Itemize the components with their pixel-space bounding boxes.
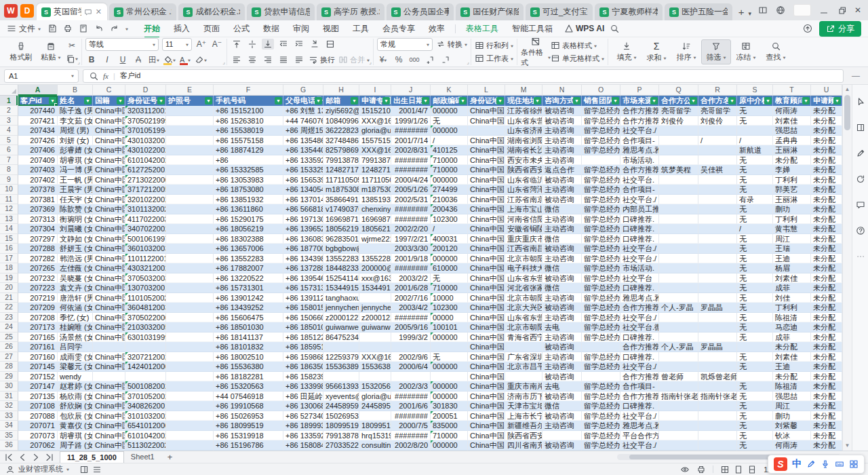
cell[interactable]: +86 18056219 xyxy=(214,224,283,234)
cell[interactable]: 合作方推荐 xyxy=(620,303,659,313)
cell[interactable]: 2001/6/28 xyxy=(391,283,431,293)
cell[interactable]: 207369 xyxy=(18,204,58,214)
cell[interactable] xyxy=(166,185,214,195)
cell[interactable] xyxy=(737,126,773,136)
row-number[interactable]: 33 xyxy=(0,411,18,421)
cell[interactable] xyxy=(659,411,698,421)
cell[interactable]: +86 1565399710 xyxy=(283,175,323,185)
filter-dropdown-icon[interactable]: ▼ xyxy=(764,97,772,104)
table-header-cell[interactable]: 销售团队▼ xyxy=(582,96,620,106)
cell[interactable]: 无 xyxy=(737,116,773,126)
cell[interactable]: z20001227 xyxy=(359,313,391,323)
cell[interactable]: 未分配 xyxy=(773,342,811,352)
cell[interactable]: 重庆重庆市 xyxy=(505,234,542,244)
cell[interactable]: China中国 xyxy=(468,372,505,382)
cell[interactable] xyxy=(582,372,620,382)
cell[interactable]: 主动咨询 xyxy=(542,214,582,225)
cell[interactable]: China中国 xyxy=(468,106,505,116)
cell[interactable] xyxy=(737,372,773,382)
table-header-cell[interactable]: 邮箱▼ xyxy=(323,96,359,106)
vertical-scrollbar[interactable]: ▲ ▼ xyxy=(842,85,852,451)
cell[interactable] xyxy=(166,155,214,166)
cell[interactable]: 王一帆 (男 xyxy=(58,175,93,185)
cell[interactable] xyxy=(166,214,214,225)
cell[interactable]: 主动咨询 xyxy=(542,352,582,362)
sogou-logo-icon[interactable]: S xyxy=(774,457,787,471)
row-number[interactable]: 19 xyxy=(0,273,18,284)
cell[interactable]: +86 15536380 xyxy=(214,362,283,372)
cell[interactable]: 未分配 xyxy=(773,155,811,166)
cell[interactable]: China中国 xyxy=(468,392,505,402)
cell[interactable]: 被动咨询 xyxy=(542,372,582,382)
strikethrough-button[interactable]: A xyxy=(132,54,144,65)
cell[interactable]: XXX@163. xyxy=(359,145,391,155)
last-sheet-icon[interactable] xyxy=(45,453,54,462)
cell[interactable]: gloria@uk xyxy=(359,392,391,402)
cell[interactable] xyxy=(698,352,737,362)
cell[interactable]: 207381 xyxy=(18,195,58,205)
filter-dropdown-icon[interactable]: ▼ xyxy=(315,97,322,104)
cell[interactable]: +86 1339985047 xyxy=(283,381,323,392)
horizontal-scroll-thumb[interactable] xyxy=(629,455,782,459)
cell[interactable] xyxy=(698,273,737,284)
cell[interactable]: 310103200212255069 xyxy=(125,411,166,421)
file-tab[interactable]: S成都公积金.xlsx xyxy=(178,3,245,20)
cell[interactable] xyxy=(166,244,214,254)
cell[interactable] xyxy=(166,116,214,126)
cell[interactable]: 社交平台./ xyxy=(620,195,659,205)
cell[interactable]: 124827175 xyxy=(359,165,391,175)
cell[interactable]: 108409964 xyxy=(323,116,359,126)
cell[interactable]: 207208 xyxy=(18,313,58,323)
cell[interactable]: 胡睿琪 (女 xyxy=(58,431,93,441)
cell[interactable]: 370503200302020020 xyxy=(125,273,166,284)
table-header-cell[interactable]: 现住地址▼ xyxy=(505,96,542,106)
cell[interactable]: 未分配 xyxy=(811,293,842,303)
cell[interactable] xyxy=(698,224,737,234)
row-number[interactable]: 4 xyxy=(0,126,18,136)
cell[interactable]: 825798695 xyxy=(323,145,359,155)
cell[interactable]: China中国 xyxy=(468,322,505,332)
cell[interactable]: 000000 xyxy=(431,392,468,402)
filter-dropdown-icon[interactable]: ▼ xyxy=(802,97,810,104)
cell[interactable]: 社交平台./ xyxy=(620,440,659,451)
cell[interactable]: 留学总经办 xyxy=(582,392,620,402)
cell[interactable] xyxy=(698,293,737,303)
cell[interactable]: 山东省东营 xyxy=(505,273,542,284)
cell[interactable]: +86 1877000215 xyxy=(283,244,323,254)
cell[interactable]: +86 1300682663 xyxy=(283,401,323,411)
globe-icon[interactable] xyxy=(776,5,785,15)
cell[interactable]: 黄韦慧 xyxy=(773,224,811,234)
col-header-F[interactable]: F xyxy=(214,85,283,96)
cell[interactable]: +86 田延岭13954 xyxy=(283,392,323,402)
cell[interactable] xyxy=(659,195,698,205)
cell[interactable]: 合作方推荐 xyxy=(620,116,659,126)
cell[interactable]: 桂婉唯 (女 xyxy=(58,322,93,332)
cell[interactable]: 未分配 xyxy=(811,352,842,362)
cell[interactable] xyxy=(359,342,391,352)
cell[interactable]: 微信 xyxy=(542,204,582,214)
cell[interactable]: 山东省济南 xyxy=(505,126,542,136)
cell[interactable] xyxy=(166,234,214,244)
increase-decimal-icon[interactable] xyxy=(424,54,436,65)
cell[interactable]: 被动咨询 xyxy=(542,392,582,402)
cell[interactable]: +86 13053983 xyxy=(214,175,283,185)
cell[interactable]: 主动咨询 xyxy=(542,224,582,234)
annotate-icon[interactable] xyxy=(856,149,865,158)
cell[interactable] xyxy=(359,332,391,343)
font-color-button[interactable]: A▾ xyxy=(179,54,191,65)
cell[interactable] xyxy=(93,372,125,382)
convert-button[interactable]: 转换▾ xyxy=(436,39,467,50)
cell[interactable]: 207288 xyxy=(18,244,58,254)
cell[interactable]: 未分配 xyxy=(811,165,842,175)
cell[interactable]: 207145 xyxy=(18,362,58,372)
cell[interactable]: 无 xyxy=(737,303,773,313)
row-number[interactable]: 13 xyxy=(0,214,18,225)
wps-ai-menu[interactable]: WPS AI xyxy=(559,24,610,33)
cell[interactable]: 710000 xyxy=(431,431,468,441)
cell[interactable]: 梁馨元 (女 xyxy=(58,362,93,372)
cell[interactable] xyxy=(431,372,468,382)
cell[interactable]: 马恋迪 xyxy=(773,322,811,332)
close-button[interactable]: ✕ xyxy=(854,5,861,15)
cell[interactable]: ######## xyxy=(391,431,431,441)
cell[interactable] xyxy=(166,204,214,214)
